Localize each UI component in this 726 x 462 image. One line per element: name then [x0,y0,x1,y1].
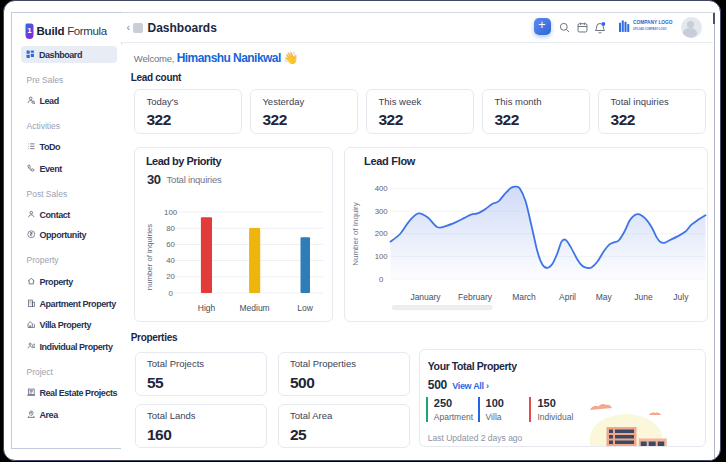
svg-text:0: 0 [379,274,384,283]
svg-text:number of inquiries: number of inquiries [144,223,153,289]
svg-text:June: June [634,291,653,301]
svg-text:February: February [458,291,493,301]
svg-text:100: 100 [375,251,389,260]
svg-text:100: 100 [164,207,178,216]
svg-text:0: 0 [168,288,173,297]
svg-text:Number of Inquiry: Number of Inquiry [351,202,360,266]
svg-text:May: May [596,291,613,301]
svg-text:20: 20 [166,272,175,281]
svg-text:High: High [198,303,216,313]
svg-text:1: 1 [27,25,32,34]
svg-text:March: March [512,291,536,301]
svg-text:Medium: Medium [239,303,269,313]
svg-text:April: April [559,291,576,301]
svg-text:80: 80 [166,223,175,232]
svg-text:300: 300 [375,206,389,215]
svg-text:60: 60 [166,239,175,248]
svg-text:40: 40 [166,256,175,265]
svg-text:Low: Low [297,303,313,313]
svg-text:200: 200 [375,229,389,238]
svg-text:400: 400 [375,184,389,193]
svg-text:July: July [673,291,689,301]
svg-text:January: January [410,291,441,301]
